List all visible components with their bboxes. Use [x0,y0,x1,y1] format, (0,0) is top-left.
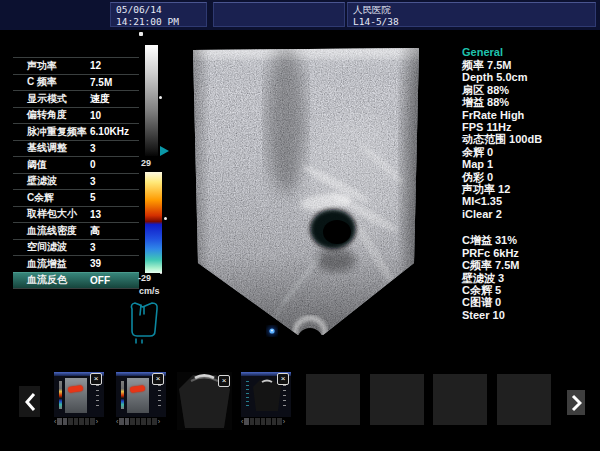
velocity-max-label: 29 [141,158,151,168]
param-line: Steer 10 [462,309,598,321]
param-line: PRFc 6kHz [462,247,598,259]
param-line: 频率 7.5M [462,59,598,71]
gain-marker-icon [160,146,169,156]
param-label: 声功率 [13,59,88,73]
param-value: OFF [88,275,110,286]
param-value: 7.5M [88,77,112,88]
ultrasound-image [186,44,426,344]
param-line: Depth 5.0cm [462,71,598,83]
param-label: 脉冲重复频率 [13,125,88,139]
mini-prev-icon[interactable]: ‹ [241,418,243,426]
menu-item-threshold[interactable]: 阈值0 [13,156,139,173]
param-label: 显示模式 [13,92,88,106]
velocity-unit-label: cm/s [139,286,160,296]
param-label: 血流反色 [13,273,88,287]
thumbnail-1-pager: ‹ › [54,417,104,426]
thumbnail-text-column [246,381,249,409]
mini-prev-icon[interactable]: ‹ [54,418,56,426]
menu-item-prf[interactable]: 脉冲重复频率6.10KHz [13,123,139,140]
thumbnail-3[interactable]: × [177,372,232,430]
param-value: 0 [88,159,96,170]
probe-id: L14-5/38 [353,16,590,28]
menu-item-c-frequency[interactable]: C 频率7.5M [13,74,139,91]
param-line: C频率 7.5M [462,259,598,271]
doppler-flow-blob [130,385,146,393]
time-text: 14:21:00 PM [116,16,201,28]
thumbnail-slot-empty [433,374,487,425]
param-value: 高 [88,224,100,238]
doppler-flow-blob [68,385,84,393]
menu-item-baseline[interactable]: 基线调整3 [13,140,139,157]
menu-item-acoustic-power[interactable]: 声功率12 [13,57,139,74]
velocity-min-label: -29 [138,273,151,283]
param-line: C图谱 0 [462,296,598,308]
menu-item-color-gain[interactable]: 血流增益39 [13,255,139,272]
thumbnail-slot-empty [306,374,360,425]
menu-item-display-mode[interactable]: 显示模式速度 [13,90,139,107]
doppler-color-bar [145,172,162,273]
thumbnails-next-button[interactable] [567,390,585,415]
menu-item-packet-size[interactable]: 取样包大小13 [13,206,139,223]
param-label: 阈值 [13,158,88,172]
close-icon[interactable]: × [90,373,102,385]
param-value: 3 [88,242,96,253]
param-value: 速度 [88,92,110,106]
close-icon[interactable]: × [218,375,230,387]
param-value: 3 [88,176,96,187]
menu-item-wall-filter[interactable]: 壁滤波3 [13,173,139,190]
thumbnail-4-pager: ‹ › [241,417,291,426]
date-text: 05/06/14 [116,4,201,16]
thumbnails-prev-button[interactable] [19,386,40,417]
param-line: 动态范围 100dB [462,133,598,145]
param-value: 3 [88,143,96,154]
mini-next-icon[interactable]: › [158,418,160,426]
chevron-right-icon [571,394,582,412]
thumbnail-2[interactable]: × [116,372,166,417]
menu-item-line-density[interactable]: 血流线密度高 [13,222,139,239]
mini-next-icon[interactable]: › [283,418,285,426]
colorbar-marker-dot [164,217,167,220]
param-line: 增益 88% [462,96,598,108]
thumbnail-image-area [127,378,149,413]
patient-info-box [213,2,345,27]
close-icon[interactable]: × [152,373,164,385]
param-value: 13 [88,209,101,220]
mini-prev-icon[interactable]: ‹ [116,418,118,426]
param-value: 12 [88,60,101,71]
hospital-name: 人民医院 [353,4,590,16]
thumbnail-4[interactable]: × [241,372,291,417]
grayscale-bar [145,45,158,156]
thumbnail-1[interactable]: × [54,372,104,417]
param-line: 壁滤波 3 [462,272,598,284]
focus-marker-dot [267,326,277,336]
body-marker-icon [128,299,162,347]
thumbnail-2-pager: ‹ › [116,417,166,426]
param-line: iClear 2 [462,208,598,220]
param-line: FPS 11Hz [462,121,598,133]
param-value: 39 [88,258,101,269]
chevron-left-icon [24,392,36,412]
param-line: Map 1 [462,158,598,170]
ultrasound-screen: 05/06/14 14:21:00 PM 人民医院 L14-5/38 声功率12… [0,0,600,451]
menu-item-steer-angle[interactable]: 偏转角度10 [13,107,139,124]
param-line: MI<1.35 [462,195,598,207]
thumbnail-colorbar [59,381,62,409]
param-label: 偏转角度 [13,108,88,122]
thumbnail-slot-empty [497,374,551,425]
parameter-menu: 声功率12 C 频率7.5M 显示模式速度 偏转角度10 脉冲重复频率6.10K… [13,57,139,289]
hospital-box: 人民医院 L14-5/38 [347,2,596,27]
panel-title: General [462,46,598,59]
close-icon[interactable]: × [277,373,289,385]
param-value: 5 [88,192,96,203]
param-label: 血流增益 [13,257,88,271]
param-label: C 频率 [13,75,88,89]
menu-item-c-persistence[interactable]: C余辉5 [13,189,139,206]
top-status-bar: 05/06/14 14:21:00 PM 人民医院 L14-5/38 [0,0,600,30]
menu-item-flow-invert-selected[interactable]: 血流反色OFF [13,272,139,290]
param-label: 基线调整 [13,141,88,155]
param-label: 壁滤波 [13,174,88,188]
menu-item-spatial-filter[interactable]: 空间滤波3 [13,239,139,256]
param-label: 血流线密度 [13,224,88,238]
param-line: 声功率 12 [462,183,598,195]
mini-next-icon[interactable]: › [96,418,98,426]
